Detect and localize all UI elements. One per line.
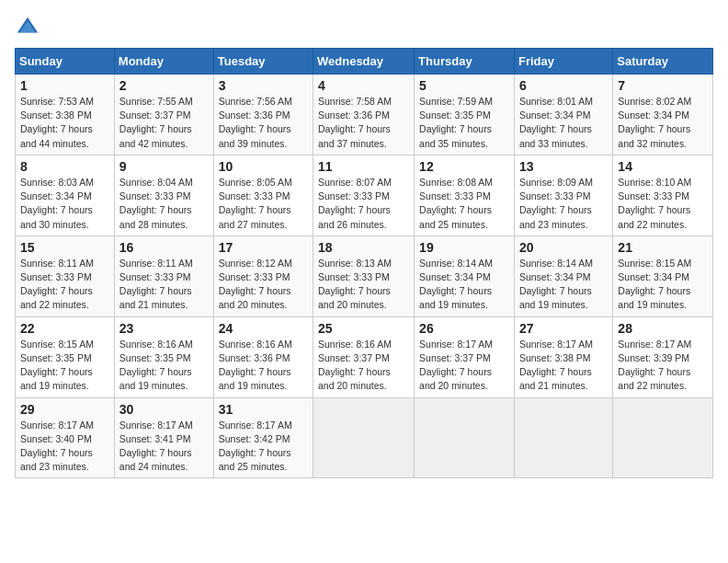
day-number: 21: [618, 240, 708, 255]
day-number: 9: [119, 159, 209, 174]
day-number: 28: [618, 321, 708, 336]
calendar-cell: 7 Sunrise: 8:02 AM Sunset: 3:34 PM Dayli…: [613, 75, 713, 155]
weekday-header-saturday: Saturday: [613, 49, 713, 75]
weekday-header-tuesday: Tuesday: [213, 49, 313, 75]
sunrise-label: Sunrise: 8:12 AM: [219, 258, 292, 269]
sunrise-label: Sunrise: 7:58 AM: [318, 96, 392, 107]
sunrise-label: Sunrise: 8:11 AM: [119, 258, 193, 269]
daylight-label: Daylight: 7 hours and 19 minutes.: [618, 285, 690, 310]
sunset-label: Sunset: 3:33 PM: [119, 271, 191, 282]
sunrise-label: Sunrise: 8:04 AM: [119, 177, 193, 188]
calendar-week-5: 29 Sunrise: 8:17 AM Sunset: 3:40 PM Dayl…: [16, 397, 713, 478]
calendar-cell: 11 Sunrise: 8:07 AM Sunset: 3:33 PM Dayl…: [313, 155, 415, 236]
day-info: Sunrise: 8:10 AM Sunset: 3:33 PM Dayligh…: [618, 176, 708, 232]
day-info: Sunrise: 8:08 AM Sunset: 3:33 PM Dayligh…: [419, 176, 509, 232]
day-info: Sunrise: 8:05 AM Sunset: 3:33 PM Dayligh…: [219, 176, 308, 232]
daylight-label: Daylight: 7 hours and 20 minutes.: [318, 366, 391, 391]
sunset-label: Sunset: 3:41 PM: [119, 433, 191, 444]
sunset-label: Sunset: 3:33 PM: [318, 190, 390, 201]
sunset-label: Sunset: 3:33 PM: [519, 190, 591, 201]
sunrise-label: Sunrise: 8:17 AM: [419, 339, 493, 350]
sunrise-label: Sunrise: 8:01 AM: [519, 96, 593, 107]
daylight-label: Daylight: 7 hours and 20 minutes.: [219, 285, 291, 310]
calendar-cell: 23 Sunrise: 8:16 AM Sunset: 3:35 PM Dayl…: [114, 316, 213, 397]
sunrise-label: Sunrise: 7:56 AM: [219, 96, 292, 107]
day-number: 10: [219, 159, 308, 174]
daylight-label: Daylight: 7 hours and 19 minutes.: [519, 285, 592, 310]
sunrise-label: Sunrise: 8:17 AM: [20, 419, 94, 431]
calendar-cell: 24 Sunrise: 8:16 AM Sunset: 3:36 PM Dayl…: [213, 316, 313, 397]
day-info: Sunrise: 8:17 AM Sunset: 3:41 PM Dayligh…: [119, 419, 209, 475]
calendar-body: 1 Sunrise: 7:53 AM Sunset: 3:38 PM Dayli…: [16, 75, 713, 478]
daylight-label: Daylight: 7 hours and 25 minutes.: [219, 447, 291, 472]
day-info: Sunrise: 8:01 AM Sunset: 3:34 PM Dayligh…: [519, 95, 608, 151]
day-number: 11: [318, 159, 409, 174]
day-number: 25: [318, 321, 409, 336]
sunrise-label: Sunrise: 8:07 AM: [318, 177, 392, 188]
calendar-cell: 4 Sunrise: 7:58 AM Sunset: 3:36 PM Dayli…: [313, 75, 415, 155]
day-info: Sunrise: 7:58 AM Sunset: 3:36 PM Dayligh…: [318, 95, 409, 151]
calendar-cell: 21 Sunrise: 8:15 AM Sunset: 3:34 PM Dayl…: [613, 236, 713, 316]
daylight-label: Daylight: 7 hours and 23 minutes.: [20, 447, 93, 472]
day-number: 13: [519, 159, 608, 174]
sunset-label: Sunset: 3:36 PM: [318, 109, 390, 121]
daylight-label: Daylight: 7 hours and 20 minutes.: [318, 285, 391, 310]
day-number: 7: [618, 78, 708, 93]
calendar-cell: 29 Sunrise: 8:17 AM Sunset: 3:40 PM Dayl…: [16, 397, 115, 478]
calendar-cell: 1 Sunrise: 7:53 AM Sunset: 3:38 PM Dayli…: [16, 75, 115, 155]
day-number: 6: [519, 78, 608, 93]
sunrise-label: Sunrise: 8:14 AM: [519, 258, 593, 269]
calendar-cell: 30 Sunrise: 8:17 AM Sunset: 3:41 PM Dayl…: [114, 397, 213, 478]
day-number: 20: [519, 240, 608, 255]
sunset-label: Sunset: 3:33 PM: [219, 190, 290, 201]
sunrise-label: Sunrise: 8:10 AM: [618, 177, 691, 188]
sunset-label: Sunset: 3:42 PM: [219, 433, 290, 444]
daylight-label: Daylight: 7 hours and 19 minutes.: [419, 285, 492, 310]
calendar-week-4: 22 Sunrise: 8:15 AM Sunset: 3:35 PM Dayl…: [16, 316, 713, 397]
calendar-cell: 19 Sunrise: 8:14 AM Sunset: 3:34 PM Dayl…: [415, 236, 515, 316]
day-info: Sunrise: 8:09 AM Sunset: 3:33 PM Dayligh…: [519, 176, 608, 232]
calendar-cell: 13 Sunrise: 8:09 AM Sunset: 3:33 PM Dayl…: [514, 155, 612, 236]
day-info: Sunrise: 8:17 AM Sunset: 3:40 PM Dayligh…: [20, 419, 109, 475]
sunset-label: Sunset: 3:33 PM: [20, 271, 92, 282]
calendar-cell: 25 Sunrise: 8:16 AM Sunset: 3:37 PM Dayl…: [313, 316, 415, 397]
sunset-label: Sunset: 3:34 PM: [20, 190, 92, 201]
calendar-cell: 28 Sunrise: 8:17 AM Sunset: 3:39 PM Dayl…: [613, 316, 713, 397]
day-number: 31: [219, 402, 308, 417]
day-info: Sunrise: 7:53 AM Sunset: 3:38 PM Dayligh…: [20, 95, 109, 151]
sunset-label: Sunset: 3:37 PM: [318, 352, 390, 363]
calendar-cell: 2 Sunrise: 7:55 AM Sunset: 3:37 PM Dayli…: [114, 75, 213, 155]
day-info: Sunrise: 8:03 AM Sunset: 3:34 PM Dayligh…: [20, 176, 109, 232]
sunset-label: Sunset: 3:33 PM: [318, 271, 390, 282]
sunrise-label: Sunrise: 8:16 AM: [318, 339, 392, 350]
sunrise-label: Sunrise: 8:16 AM: [219, 339, 292, 350]
sunrise-label: Sunrise: 7:55 AM: [119, 96, 193, 107]
day-info: Sunrise: 8:16 AM Sunset: 3:37 PM Dayligh…: [318, 338, 409, 394]
sunrise-label: Sunrise: 8:13 AM: [318, 258, 392, 269]
day-info: Sunrise: 8:17 AM Sunset: 3:42 PM Dayligh…: [219, 419, 308, 475]
calendar-cell: 26 Sunrise: 8:17 AM Sunset: 3:37 PM Dayl…: [415, 316, 515, 397]
calendar-cell: 31 Sunrise: 8:17 AM Sunset: 3:42 PM Dayl…: [213, 397, 313, 478]
sunrise-label: Sunrise: 8:15 AM: [618, 258, 691, 269]
daylight-label: Daylight: 7 hours and 30 minutes.: [20, 204, 93, 229]
sunset-label: Sunset: 3:35 PM: [419, 109, 491, 121]
day-info: Sunrise: 8:17 AM Sunset: 3:38 PM Dayligh…: [519, 338, 608, 394]
calendar-week-1: 1 Sunrise: 7:53 AM Sunset: 3:38 PM Dayli…: [16, 75, 713, 155]
day-number: 19: [419, 240, 509, 255]
day-info: Sunrise: 8:12 AM Sunset: 3:33 PM Dayligh…: [219, 257, 308, 313]
sunrise-label: Sunrise: 8:17 AM: [119, 419, 193, 431]
daylight-label: Daylight: 7 hours and 32 minutes.: [618, 123, 690, 148]
calendar-cell: 27 Sunrise: 8:17 AM Sunset: 3:38 PM Dayl…: [514, 316, 612, 397]
sunset-label: Sunset: 3:35 PM: [20, 352, 92, 363]
sunrise-label: Sunrise: 8:16 AM: [119, 339, 193, 350]
calendar-cell: 8 Sunrise: 8:03 AM Sunset: 3:34 PM Dayli…: [16, 155, 115, 236]
daylight-label: Daylight: 7 hours and 39 minutes.: [219, 123, 291, 148]
day-info: Sunrise: 8:07 AM Sunset: 3:33 PM Dayligh…: [318, 176, 409, 232]
logo: [15, 15, 44, 40]
day-info: Sunrise: 8:04 AM Sunset: 3:33 PM Dayligh…: [119, 176, 209, 232]
sunrise-label: Sunrise: 8:03 AM: [20, 177, 94, 188]
calendar-cell: [415, 397, 515, 478]
sunset-label: Sunset: 3:33 PM: [219, 271, 290, 282]
day-info: Sunrise: 8:15 AM Sunset: 3:34 PM Dayligh…: [618, 257, 708, 313]
day-number: 22: [20, 321, 109, 336]
